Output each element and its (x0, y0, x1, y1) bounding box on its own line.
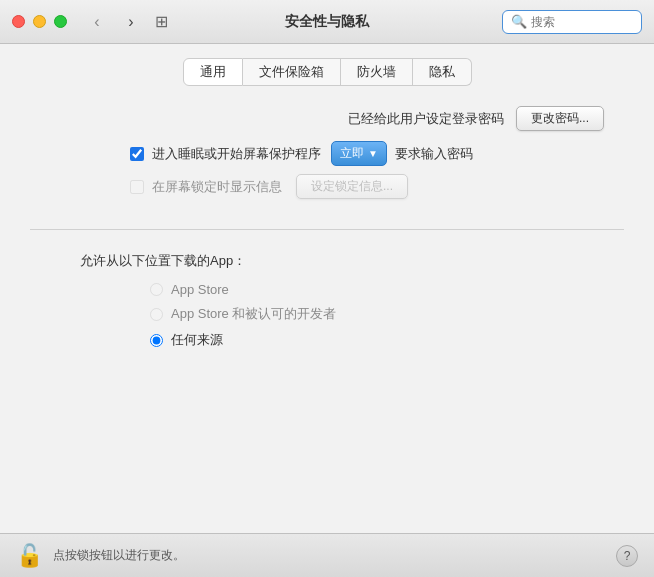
close-button[interactable] (12, 15, 25, 28)
sleep-label: 进入睡眠或开始屏幕保护程序 (152, 145, 321, 163)
forward-button[interactable]: › (117, 12, 145, 32)
require-dropdown-button[interactable]: 立即 ▼ (331, 141, 387, 166)
tab-firewall[interactable]: 防火墙 (341, 58, 413, 86)
radio-appstore-label: App Store (171, 282, 229, 297)
radio-anywhere-label: 任何来源 (171, 331, 223, 349)
minimize-button[interactable] (33, 15, 46, 28)
search-input[interactable] (531, 15, 633, 29)
radio-appstore (150, 283, 163, 296)
lock-info-button: 设定锁定信息... (296, 174, 408, 199)
window-title: 安全性与隐私 (285, 13, 369, 31)
dropdown-arrow-icon: ▼ (368, 148, 378, 159)
radio-anywhere-row: 任何来源 (50, 331, 604, 349)
lockscreen-checkbox (130, 180, 144, 194)
radio-appstore-row: App Store (50, 282, 604, 297)
general-section: 已经给此用户设定登录密码 更改密码... 进入睡眠或开始屏幕保护程序 立即 ▼ … (0, 96, 654, 217)
tab-privacy[interactable]: 隐私 (413, 58, 472, 86)
sleep-checkbox-row: 进入睡眠或开始屏幕保护程序 立即 ▼ 要求输入密码 (50, 141, 604, 166)
download-section: 允许从以下位置下载的App： App Store App Store 和被认可的… (0, 242, 654, 367)
grid-icon: ⊞ (155, 12, 168, 31)
main-content: 通用 文件保险箱 防火墙 隐私 已经给此用户设定登录密码 更改密码... 进入睡… (0, 44, 654, 533)
radio-anywhere[interactable] (150, 334, 163, 347)
radio-appstore-dev (150, 308, 163, 321)
sleep-checkbox[interactable] (130, 147, 144, 161)
tab-filevault[interactable]: 文件保险箱 (243, 58, 341, 86)
tab-general[interactable]: 通用 (183, 58, 243, 86)
change-password-button[interactable]: 更改密码... (516, 106, 604, 131)
bottom-text: 点按锁按钮以进行更改。 (53, 547, 335, 564)
require-text: 要求输入密码 (395, 145, 473, 163)
maximize-button[interactable] (54, 15, 67, 28)
require-dropdown-value: 立即 (340, 145, 364, 162)
back-button[interactable]: ‹ (83, 12, 111, 32)
help-button[interactable]: ? (616, 545, 638, 567)
search-box[interactable]: 🔍 (502, 10, 642, 34)
tab-bar: 通用 文件保险箱 防火墙 隐私 (0, 44, 654, 96)
bottom-bar: 🔓 点按锁按钮以进行更改。 ? (0, 533, 654, 577)
traffic-lights (12, 15, 67, 28)
password-row: 已经给此用户设定登录密码 更改密码... (50, 106, 604, 131)
download-title: 允许从以下位置下载的App： (50, 252, 604, 270)
password-label: 已经给此用户设定登录密码 (50, 110, 516, 128)
nav-buttons: ‹ › (83, 12, 145, 32)
lockscreen-checkbox-row: 在屏幕锁定时显示信息 设定锁定信息... (50, 174, 604, 199)
radio-appstore-dev-label: App Store 和被认可的开发者 (171, 305, 336, 323)
search-icon: 🔍 (511, 14, 527, 29)
title-bar: ‹ › ⊞ 安全性与隐私 🔍 (0, 0, 654, 44)
lockscreen-label: 在屏幕锁定时显示信息 (152, 178, 282, 196)
radio-appstore-dev-row: App Store 和被认可的开发者 (50, 305, 604, 323)
section-divider (30, 229, 624, 230)
password-controls: 更改密码... (516, 106, 604, 131)
lock-icon[interactable]: 🔓 (16, 543, 43, 569)
